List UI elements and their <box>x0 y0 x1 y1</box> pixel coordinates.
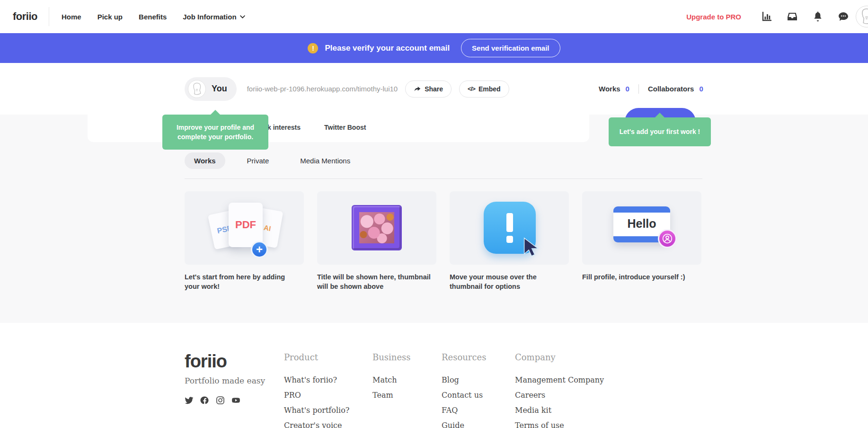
share-button[interactable]: Share <box>405 80 452 98</box>
footer-link-media-kit[interactable]: Media kit <box>515 406 604 415</box>
stats-separator <box>638 84 639 94</box>
works-count-label[interactable]: Works <box>599 85 620 93</box>
footer-link-blog[interactable]: Blog <box>442 375 515 384</box>
photo-frame-icon <box>352 205 402 250</box>
card-fill-profile[interactable]: Hello Fill profile, introduce yourself :… <box>582 191 701 291</box>
footer-brand: foriio Portfolio made easy <box>185 352 284 428</box>
alert-thumbnail-illustration <box>450 191 569 265</box>
embed-button[interactable]: </> Embed <box>459 80 509 98</box>
works-section: k interests Twitter Boost Works Private … <box>0 115 868 323</box>
profile-header: You foriio-web-pr-1096.herokuapp.com/tim… <box>0 63 868 115</box>
tab-work-interests[interactable]: k interests <box>267 124 301 131</box>
footer-link-match[interactable]: Match <box>372 375 442 384</box>
collaborators-count-label[interactable]: Collaborators <box>648 85 694 93</box>
nav-link-home[interactable]: Home <box>62 13 81 21</box>
footer-link-whats-portfolio[interactable]: What's portfolio? <box>284 406 372 415</box>
person-circle-icon <box>662 233 673 244</box>
stats-icon[interactable] <box>761 11 772 22</box>
card-title-thumbnail[interactable]: Title will be shown here, thumbnail will… <box>317 191 436 291</box>
twitter-icon[interactable] <box>185 396 194 405</box>
navbar-logo[interactable]: foriio <box>13 10 37 23</box>
onboarding-cards: PSD AI PDF + Let's start from here by ad… <box>185 191 701 291</box>
facebook-icon[interactable] <box>200 396 209 405</box>
youtube-icon[interactable] <box>231 396 240 405</box>
works-count: 0 <box>626 85 629 93</box>
footer-column-company: Company Management Company Careers Media… <box>515 352 604 428</box>
footer-tagline: Portfolio made easy <box>185 376 284 385</box>
inbox-icon[interactable] <box>787 11 798 22</box>
embed-label: Embed <box>478 85 501 93</box>
tab-works[interactable]: Works <box>185 152 225 169</box>
avatar-sketch-face-icon <box>189 81 205 97</box>
footer-link-guide[interactable]: Guide <box>442 421 515 428</box>
collaborators-count: 0 <box>699 85 703 93</box>
tooltip-add-first-work: Let's add your first work ! <box>609 117 711 146</box>
nav-link-job-information[interactable]: Job Information <box>183 13 245 21</box>
hello-name-tag: Hello <box>613 206 670 242</box>
footer: foriio Portfolio made easy <box>0 323 868 428</box>
add-plus-icon: + <box>251 241 268 258</box>
tab-private[interactable]: Private <box>238 152 279 169</box>
exclamation-bar <box>506 213 513 232</box>
avatar-sketch-face-icon <box>856 6 868 27</box>
footer-link-whats-foriio[interactable]: What's foriio? <box>284 375 372 384</box>
tag-top-bar <box>613 206 670 213</box>
footer-link-terms-of-use[interactable]: Terms of use <box>515 421 604 428</box>
navbar-links: Home Pick up Benefits Job Information <box>62 13 246 21</box>
profile-badge-icon <box>658 229 677 248</box>
tag-text: Hello <box>613 217 670 231</box>
you-badge[interactable]: You <box>185 77 237 101</box>
profile-stats: Works 0 Collaborators 0 <box>599 63 703 115</box>
verify-email-banner: ! Please verify your account email Send … <box>0 33 868 63</box>
footer-link-management-company[interactable]: Management Company <box>515 375 604 384</box>
footer-social-links <box>185 396 284 405</box>
works-divider <box>185 178 702 179</box>
footer-column-heading: Company <box>515 352 604 362</box>
navbar-icon-group <box>761 11 849 22</box>
footer-link-contact-us[interactable]: Contact us <box>442 391 515 400</box>
send-verification-button[interactable]: Send verification email <box>461 39 560 57</box>
page: foriio Home Pick up Benefits Job Informa… <box>0 0 868 428</box>
framed-photo-illustration <box>317 191 436 265</box>
footer-link-pro[interactable]: PRO <box>284 391 372 400</box>
banner-message: Please verify your account email <box>325 44 450 53</box>
avatar <box>188 80 206 98</box>
share-icon <box>414 85 421 93</box>
card-caption: Fill profile, introduce yourself :) <box>582 272 696 282</box>
exclamation-square-icon <box>484 202 536 254</box>
footer-logo[interactable]: foriio <box>185 352 284 370</box>
footer-link-team[interactable]: Team <box>372 391 442 400</box>
nav-link-pick-up[interactable]: Pick up <box>97 13 123 21</box>
tab-media-mentions[interactable]: Media Mentions <box>291 152 360 169</box>
navbar: foriio Home Pick up Benefits Job Informa… <box>0 0 868 33</box>
cursor-icon <box>521 236 542 258</box>
chevron-down-icon <box>239 14 246 20</box>
footer-column-heading: Resources <box>442 352 515 362</box>
code-icon: </> <box>468 85 475 92</box>
pdf-file-icon: PDF <box>229 203 263 247</box>
footer-column-heading: Product <box>284 352 372 362</box>
nav-link-benefits[interactable]: Benefits <box>139 13 167 21</box>
name-tag-illustration: Hello <box>582 191 701 265</box>
profile-url: foriio-web-pr-1096.herokuapp.com/timothy… <box>247 85 398 93</box>
navbar-divider <box>49 7 49 26</box>
footer-link-creators-voice[interactable]: Creator's voice <box>284 421 372 428</box>
tab-twitter-boost[interactable]: Twitter Boost <box>324 124 366 131</box>
instagram-icon[interactable] <box>216 396 225 405</box>
works-tab-bar: Works Private Media Mentions <box>185 152 360 169</box>
card-caption: Move your mouse over the thumbnail for o… <box>450 272 563 291</box>
navbar-avatar[interactable] <box>856 6 868 27</box>
card-add-work[interactable]: PSD AI PDF + Let's start from here by ad… <box>185 191 304 291</box>
footer-column-business: Business Match Team <box>372 352 442 428</box>
blossom-photo <box>359 212 394 243</box>
card-hover-options[interactable]: Move your mouse over the thumbnail for o… <box>450 191 569 291</box>
footer-link-careers[interactable]: Careers <box>515 391 604 400</box>
notifications-icon[interactable] <box>812 11 824 22</box>
footer-column-resources: Resources Blog Contact us FAQ Guide <box>442 352 515 428</box>
upgrade-to-pro-link[interactable]: Upgrade to PRO <box>686 13 741 21</box>
footer-column-product: Product What's foriio? PRO What's portfo… <box>284 352 372 428</box>
nav-link-job-information-label: Job Information <box>183 13 236 21</box>
messages-icon[interactable] <box>838 11 849 22</box>
footer-link-faq[interactable]: FAQ <box>442 406 515 415</box>
warning-icon: ! <box>308 43 318 54</box>
